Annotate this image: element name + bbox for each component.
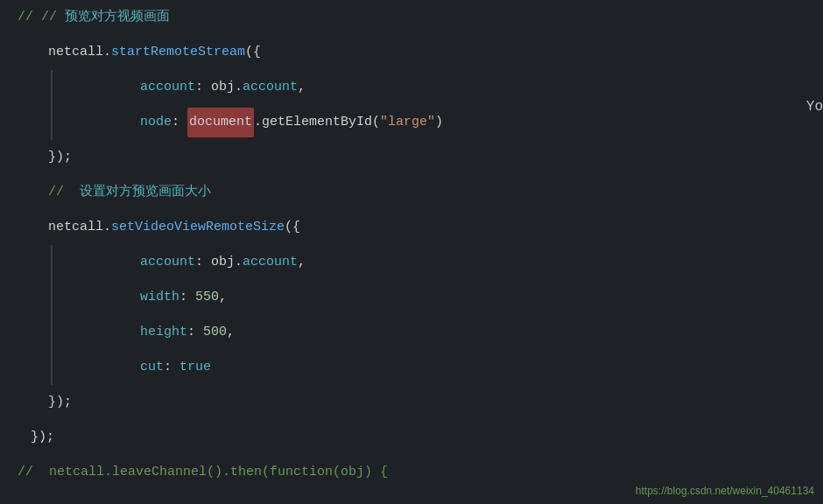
- code-line-4: node: document.getElementById("large"): [51, 105, 823, 140]
- function-name-2: setVideoViewRemoteSize: [111, 213, 285, 242]
- code-text: netcall.: [48, 38, 111, 67]
- cut-property: cut: [140, 353, 164, 382]
- code-line-11: cut: true: [51, 350, 823, 385]
- comment-slashes: //: [48, 178, 72, 207]
- function-name: startRemoteStream: [111, 38, 245, 67]
- code-line-12: });: [0, 385, 823, 420]
- comment-cn-2: 设置对方预览画面大小: [72, 178, 211, 207]
- code-line-6: // 设置对方预览画面大小: [0, 175, 823, 210]
- close-brace-2: });: [48, 388, 72, 417]
- code-text-2: netcall.: [48, 213, 111, 242]
- close-brace-outer: });: [31, 423, 54, 452]
- code-editor: // // 预览对方视频画面 netcall.startRemoteStream…: [0, 0, 823, 504]
- code-line-1: // // 预览对方视频画面: [0, 0, 823, 35]
- height-property: height: [140, 318, 187, 347]
- code-line-2: netcall.startRemoteStream({: [0, 35, 823, 70]
- code-line-3: account: obj.account,: [51, 70, 823, 105]
- close-brace: });: [48, 143, 72, 172]
- node-property: node: [140, 108, 172, 137]
- string-value: "large": [380, 108, 435, 137]
- height-value: 500: [203, 318, 227, 347]
- code-line-8: account: obj.account,: [51, 245, 823, 280]
- code-line-7: netcall.setVideoViewRemoteSize({: [0, 210, 823, 245]
- comment-leave: // netcall.leaveChannel().then(function(…: [18, 458, 388, 487]
- comment-text: // //: [18, 3, 65, 32]
- width-property: width: [140, 283, 179, 312]
- property: account: [140, 73, 195, 102]
- highlighted-document: document: [187, 108, 254, 137]
- code-line-10: height: 500,: [51, 315, 823, 350]
- width-value: 550: [195, 283, 219, 312]
- code-line-9: width: 550,: [51, 280, 823, 315]
- yo-text: Yo: [798, 99, 823, 115]
- true-value: true: [179, 353, 211, 382]
- property-2: account: [140, 248, 195, 277]
- bottom-url: https://blog.csdn.net/weixin_40461134: [636, 485, 814, 497]
- code-line-5: });: [0, 140, 823, 175]
- code-line-13: });: [0, 420, 823, 455]
- comment-cn: 预览对方视频画面: [65, 3, 170, 32]
